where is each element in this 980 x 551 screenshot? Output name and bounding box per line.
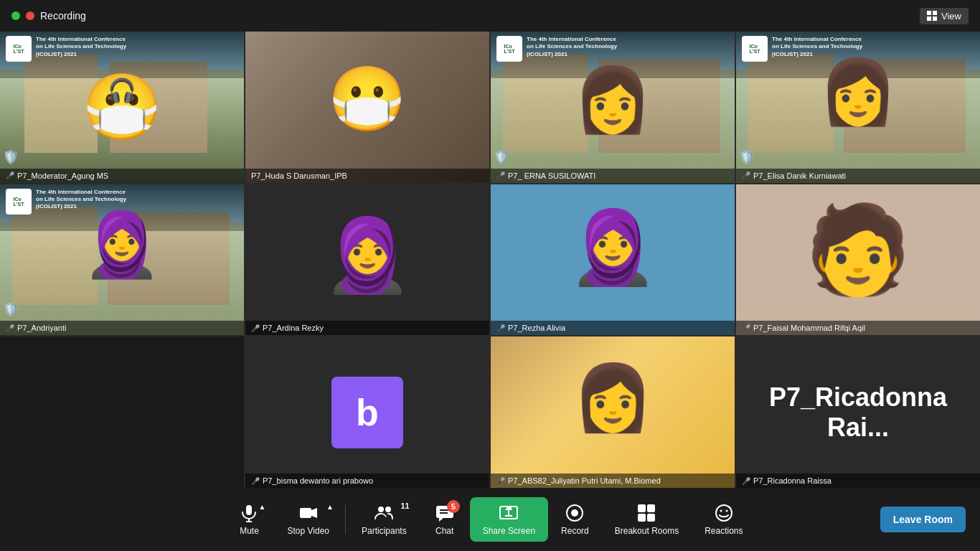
share-screen-button[interactable]: Share Screen [470,497,548,542]
participant-name-p6: P7_Ardina Rezky [263,324,324,332]
participants-label: Participants [362,526,407,536]
participant-name-p3: P7_ ERNA SUSILOWATI [508,171,595,180]
icolist-logo-p1: ICoL'ST [6,36,32,62]
breakout-rooms-icon [636,503,656,523]
mic-off-icon-p7: 🎤 [496,324,505,332]
person-avatar-p2: 😷 [328,62,407,136]
share-screen-icon [499,503,519,523]
participant-name-p2: P7_Huda S Darusman_IPB [251,171,347,180]
reactions-icon: + [714,503,734,523]
participant-label-p6: 🎤 P7_Ardina Rezky [245,321,489,335]
separator-1 [345,505,346,534]
participant-cell-p8: 🧑 🎤 P7_Faisal Mohammad Rifqi Aqil [736,184,980,336]
svg-rect-3 [933,17,937,21]
participant-name-p9: P7_bisma dewanto ari prabowo [263,476,373,485]
participant-cell-p2: 😷 P7_Huda S Darusman_IPB [245,32,489,183]
participant-cell-empty [0,336,244,488]
top-bar-left: Recording [11,10,86,22]
participant-cell-p4: ICoL'ST The 4th International Conference… [736,32,980,183]
mic-off-icon-p10: 🎤 [496,477,505,485]
participant-label-p1: 🎤 P7_Moderator_Agung MS [0,169,244,183]
participant-cell-p9: b 🎤 P7_bisma dewanto ari prabowo [245,336,489,488]
stop-video-label: Stop Video [287,526,329,536]
svg-rect-25 [647,514,655,522]
svg-point-9 [378,507,384,512]
leave-room-button[interactable]: Leave Room [880,507,966,532]
participant-label-p5: 🎤 P7_Andriyanti [0,321,244,335]
bottom-toolbar: Mute ▲ Stop Video ▲ 11 Participants [0,488,980,551]
person-avatar-p4: 👩 [819,55,897,129]
video-grid: ICoL'ST The 4th International Conference… [0,32,980,488]
view-grid-icon [927,11,937,21]
microphone-icon [239,503,259,523]
participant-label-p9: 🎤 P7_bisma dewanto ari prabowo [245,474,489,488]
mic-off-icon-p11: 🎤 [742,477,750,485]
participant-label-p7: 🎤 P7_Rezha Alivia [491,321,735,335]
participant-name-p8: P7_Faisal Mohammad Rifqi Aqil [753,324,865,332]
emblem-p3: 🛡️ [494,149,509,165]
chat-badge: 5 [447,500,460,513]
chat-button[interactable]: 5 Chat [420,497,470,542]
breakout-rooms-label: Breakout Rooms [615,526,679,536]
purple-b-icon: b [331,377,403,448]
emblem-p1: 🛡️ [3,149,19,165]
video-arrow: ▲ [326,503,334,511]
icolist-logo-p3: ICoL'ST [496,36,522,62]
mic-off-icon-p3: 🎤 [496,171,505,179]
participant-cell-p10: 👩 🎤 P7_ABS82_Juliyatin Putri Utami, M.Bi… [491,336,735,488]
person-avatar-p8: 🧑 [804,199,912,301]
mic-off-icon-p6: 🎤 [251,324,260,332]
participants-button[interactable]: 11 Participants [349,497,420,542]
stop-video-button[interactable]: Stop Video ▲ [274,497,342,542]
icolist-logo-p5: ICoL'ST [6,189,32,215]
mic-off-icon-p4: 🎤 [742,171,750,179]
mute-button[interactable]: Mute ▲ [224,497,274,542]
svg-rect-0 [927,11,931,15]
person-avatar-p6: 🧕 [323,213,413,298]
participant-cell-p5: ICoL'ST The 4th International Conference… [0,184,244,336]
chat-label: Chat [435,526,453,536]
mute-label: Mute [240,526,259,536]
participant-name-p5: P7_Andriyanti [17,324,67,332]
mic-off-icon-p5: 🎤 [6,324,14,332]
svg-rect-4 [246,505,252,515]
emblem-p4: 🛡️ [739,149,755,165]
headphones-p1: 🎧 [108,77,136,104]
svg-rect-7 [300,508,311,518]
green-dot-icon [11,11,20,20]
mic-off-icon-p9: 🎤 [251,477,260,485]
breakout-rooms-button[interactable]: Breakout Rooms [602,497,692,542]
participant-label-p8: 🎤 P7_Faisal Mohammad Rifqi Aqil [736,321,980,335]
person-avatar-p3: 👩 [573,62,652,137]
participant-name-p4: P7_Elisa Danik Kurniawati [753,171,846,180]
participant-label-p2: P7_Huda S Darusman_IPB [245,169,489,183]
recording-dot-icon [26,11,34,20]
conference-text-p3: The 4th International Conference on Life… [527,36,617,58]
participant-cell-p7: 🧕 🎤 P7_Rezha Alivia [491,184,735,336]
svg-rect-22 [638,504,646,512]
participant-cell-p6: 🧕 🎤 P7_Ardina Rezky [245,184,489,336]
svg-text:+: + [728,504,732,511]
video-icon [298,503,319,523]
mic-off-icon-p1: 🎤 [6,171,14,179]
icolist-logo-p4: ICoL'ST [742,36,768,62]
person-avatar-p10: 👩 [573,359,653,435]
participants-count: 11 [400,501,409,510]
participant-name-p10: P7_ABS82_Juliyatin Putri Utami, M.Biomed [508,476,661,485]
reactions-label: Reactions [705,526,743,536]
reactions-button[interactable]: + Reactions [692,497,755,542]
conference-text-p1: The 4th International Conference on Life… [36,36,126,58]
view-button[interactable]: View [920,8,969,24]
svg-marker-8 [311,508,317,518]
svg-point-27 [720,510,722,512]
mic-off-icon-p8: 🎤 [742,324,750,332]
svg-rect-1 [933,11,937,15]
participant-label-p4: 🎤 P7_Elisa Danik Kurniawati [736,169,980,183]
record-button[interactable]: Record [548,497,602,542]
svg-point-10 [385,507,391,512]
participant-label-p3: 🎤 P7_ ERNA SUSILOWATI [491,169,735,183]
share-screen-label: Share Screen [483,526,535,536]
record-label: Record [561,526,589,536]
record-icon [565,503,585,523]
participant-name-p7: P7_Rezha Alivia [508,324,565,332]
